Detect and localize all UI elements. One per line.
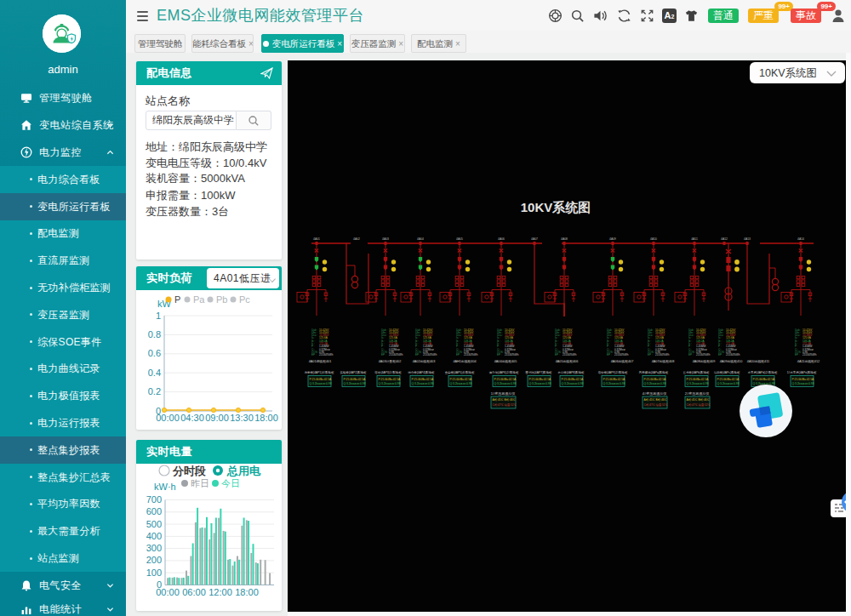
svg-text:cos:0.98: cos:0.98 <box>573 382 584 385</box>
svg-text:cos:0.98: cos:0.98 <box>655 382 666 385</box>
svg-text:4A10出线柜411: 4A10出线柜411 <box>747 359 769 363</box>
svg-text:215347kWh: 215347kWh <box>423 353 437 356</box>
svg-text:A相:45℃: A相:45℃ <box>644 398 655 402</box>
svg-text:风雨操场(4APa)配电柜: 风雨操场(4APa)配电柜 <box>639 370 669 374</box>
svg-text:A相:45℃: A相:45℃ <box>687 398 698 402</box>
svg-text:500: 500 <box>146 519 162 529</box>
svg-text:cos:0.98: cos:0.98 <box>423 382 434 385</box>
svg-text:C相:47℃: C相:47℃ <box>644 403 655 407</box>
svg-text:4A10: 4A10 <box>650 237 657 241</box>
svg-text:00:00: 00:00 <box>156 413 180 423</box>
svg-text:4A09: 4A09 <box>609 237 616 241</box>
svg-text:cos:0.98: cos:0.98 <box>803 382 814 385</box>
svg-text:10KV系统图: 10KV系统图 <box>521 200 591 214</box>
svg-text:教学楼(4AP1)4#配电柜: 教学楼(4AP1)4#配电柜 <box>305 370 334 374</box>
svg-text:4A06: 4A06 <box>498 237 505 241</box>
svg-text:100: 100 <box>146 568 162 578</box>
svg-text:食堂楼(4AP5)4#配电柜: 食堂楼(4AP5)4#配电柜 <box>445 370 475 374</box>
svg-text:12:00: 12:00 <box>208 587 232 597</box>
svg-text:总用电: 总用电 <box>226 465 261 477</box>
svg-text:Ia:42.5A: Ia:42.5A <box>390 378 401 381</box>
svg-text:综合楼(4AP4)配电柜: 综合楼(4AP4)配电柜 <box>408 370 436 374</box>
svg-text:4A06出线柜407: 4A06出线柜407 <box>611 359 634 363</box>
svg-text:400: 400 <box>146 531 162 541</box>
svg-text:06:00: 06:00 <box>182 587 206 597</box>
svg-text:4AH1出线柜404: 4AH1出线柜404 <box>453 359 476 363</box>
svg-text:EP :: EP : <box>415 353 420 356</box>
svg-text:18:00: 18:00 <box>235 587 259 597</box>
svg-text:200: 200 <box>146 555 162 565</box>
svg-text:18:00: 18:00 <box>254 413 278 423</box>
svg-text:cos:0.98: cos:0.98 <box>505 382 517 385</box>
svg-text:215347kWh: 215347kWh <box>802 353 817 356</box>
svg-text:215347kWh: 215347kWh <box>319 353 334 356</box>
svg-text:4A05出线柜406: 4A05出线柜406 <box>556 359 579 363</box>
svg-text:水泵房(4APd)2#配电柜: 水泵房(4APd)2#配电柜 <box>748 370 778 374</box>
svg-text:B相:46℃: B相:46℃ <box>505 398 516 402</box>
svg-text:EP :: EP : <box>688 353 694 356</box>
svg-text:油温:52℃: 油温:52℃ <box>505 402 517 407</box>
svg-text:4A04: 4A04 <box>417 237 424 241</box>
svg-text:昨日: 昨日 <box>191 478 209 488</box>
svg-text:1#水泵房(4APe)配电柜: 1#水泵房(4APe)配电柜 <box>787 370 817 374</box>
svg-text:宿舍楼(4AP9)2#配电柜: 宿舍楼(4AP9)2#配电柜 <box>598 370 628 374</box>
svg-text:09:00: 09:00 <box>205 413 229 423</box>
svg-text:培训楼(4APc)配电柜: 培训楼(4APc)配电柜 <box>713 370 740 374</box>
svg-text:Pc: Pc <box>239 294 250 305</box>
svg-text:700: 700 <box>146 494 162 505</box>
svg-text:00:00: 00:00 <box>156 587 180 597</box>
svg-text:0.6: 0.6 <box>148 348 161 358</box>
svg-text:4A02: 4A02 <box>353 237 360 241</box>
svg-text:4A07: 4A07 <box>531 237 538 241</box>
svg-text:4A04出线柜405: 4A04出线柜405 <box>494 359 517 363</box>
svg-text:EP :: EP : <box>381 353 386 356</box>
svg-text:0.4: 0.4 <box>148 368 161 378</box>
svg-text:4A03: 4A03 <box>382 237 389 241</box>
svg-text:cos:0.98: cos:0.98 <box>321 382 332 385</box>
svg-text:EP :: EP : <box>555 353 560 356</box>
svg-text:215347kWh: 215347kWh <box>655 353 670 356</box>
svg-text:4A07出线柜408: 4A07出线柜408 <box>652 359 675 363</box>
svg-text:cos:0.98: cos:0.98 <box>614 382 625 385</box>
svg-text:EP :: EP : <box>718 353 723 356</box>
svg-text:P: P <box>174 294 180 305</box>
svg-text:cos:0.98: cos:0.98 <box>355 382 366 385</box>
svg-text:0.2: 0.2 <box>148 386 161 396</box>
svg-text:图书馆(4AP7)配电柜: 图书馆(4AP7)配电柜 <box>526 370 553 374</box>
svg-text:Ia:42.5A: Ia:42.5A <box>728 378 740 381</box>
svg-text:cos:0.98: cos:0.98 <box>728 382 740 385</box>
svg-text:Ia:42.5A: Ia:42.5A <box>423 378 434 381</box>
svg-text:Ia:42.5A: Ia:42.5A <box>355 378 366 381</box>
svg-text:cos:0.98: cos:0.98 <box>698 382 709 385</box>
svg-text:宿舍(4AP3)1#配电柜: 宿舍(4AP3)1#配电柜 <box>374 370 402 374</box>
svg-text:EP :: EP : <box>497 353 502 356</box>
svg-text:215347kWh: 215347kWh <box>614 353 629 356</box>
svg-text:B相:46℃: B相:46℃ <box>656 398 667 402</box>
svg-text:4A05: 4A05 <box>456 237 463 241</box>
svg-text:办公楼(4AP8)配电柜: 办公楼(4AP8)配电柜 <box>558 370 585 374</box>
svg-text:cos:0.98: cos:0.98 <box>390 382 401 385</box>
svg-text:Ia:42.5A: Ia:42.5A <box>505 378 517 381</box>
svg-text:EP :: EP : <box>607 353 612 356</box>
svg-text:4A08出线柜409: 4A08出线柜409 <box>693 359 716 363</box>
svg-text:Ia:42.5A: Ia:42.5A <box>540 378 551 381</box>
svg-text:Ia:42.5A: Ia:42.5A <box>614 378 625 381</box>
svg-text:4A09出线柜410: 4A09出线柜410 <box>720 359 743 363</box>
svg-text:300: 300 <box>146 543 162 553</box>
svg-text:13:30: 13:30 <box>230 413 254 423</box>
svg-text:油温:52℃: 油温:52℃ <box>656 402 668 407</box>
svg-text:0.8: 0.8 <box>148 329 161 339</box>
svg-text:10KV系统图: 10KV系统图 <box>759 67 817 79</box>
svg-text:cos:0.98: cos:0.98 <box>461 382 472 385</box>
svg-text:C相:47℃: C相:47℃ <box>493 403 504 407</box>
svg-text:Ia:42.5A: Ia:42.5A <box>461 378 472 381</box>
svg-text:1#变压器温控仪: 1#变压器温控仪 <box>491 391 515 396</box>
svg-text:分时段: 分时段 <box>172 465 206 477</box>
svg-text:EP :: EP : <box>311 353 317 356</box>
svg-text:215347kWh: 215347kWh <box>726 353 740 356</box>
svg-text:kW·h: kW·h <box>154 482 176 492</box>
svg-text:cos:0.98: cos:0.98 <box>764 382 775 385</box>
svg-text:04:30: 04:30 <box>180 413 204 423</box>
svg-text:C相:47℃: C相:47℃ <box>687 403 698 407</box>
svg-text:油温:52℃: 油温:52℃ <box>699 402 711 407</box>
